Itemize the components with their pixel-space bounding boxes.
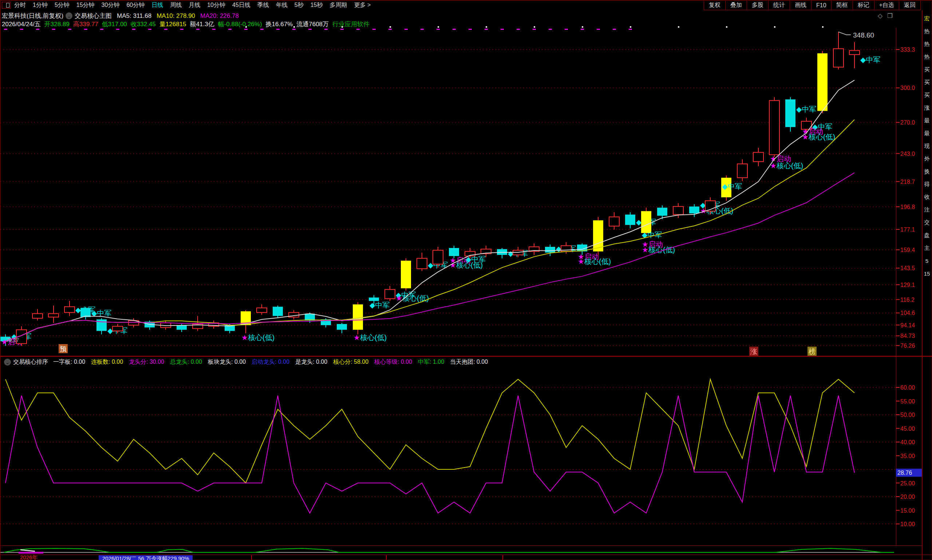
trading-app-window: 分时1分钟5分钟15分钟30分钟60分钟日线周线月线10分钟45日线季线年线5秒… — [0, 0, 932, 560]
price-axis-label: 243.0 — [900, 151, 915, 157]
price-axis-label: 177.1 — [900, 226, 915, 233]
signal-label: ◆中军 — [860, 56, 880, 64]
oscillator-axis-label: 60.00 — [900, 385, 915, 391]
signal-dot — [245, 26, 247, 28]
signal-dash — [501, 29, 504, 30]
sidebar-item-21[interactable]: 15 — [924, 267, 930, 280]
sidebar-item-4[interactable]: 热 — [924, 51, 930, 63]
signal-dot — [774, 26, 775, 28]
signal-label: ★核心(低) — [802, 133, 835, 141]
price-axis-label: 159.4 — [900, 247, 915, 253]
signal-dash — [148, 29, 151, 30]
signal-dot — [678, 26, 679, 28]
signal-dash — [564, 29, 568, 30]
price-axis-label: 76.26 — [900, 343, 915, 349]
ma-line-MA20 — [5, 172, 854, 341]
status-highlight[interactable]: 2026/01/28/二 56 万今涨幅229.90% — [98, 555, 192, 560]
signal-dot — [389, 26, 391, 28]
sidebar-item-16[interactable]: 注 — [924, 203, 930, 216]
signal-dash — [68, 29, 71, 30]
price-axis-label: 94.14 — [900, 322, 915, 328]
oscillator-axis-label: 10.00 — [900, 521, 915, 527]
signal-dash — [420, 29, 424, 30]
signal-dash — [244, 29, 248, 30]
sidebar-item-7[interactable]: 买 — [924, 89, 930, 102]
sidebar-item-14[interactable]: 得 — [924, 178, 930, 191]
signal-dash — [325, 29, 328, 30]
sidebar-item-12[interactable]: 外 — [924, 152, 930, 165]
signal-dash — [549, 29, 552, 30]
watermark-char: 涨 — [750, 348, 757, 355]
price-axis-label: 196.8 — [900, 204, 915, 210]
signal-label: ◆中军 — [722, 182, 742, 191]
signal-dash — [20, 29, 23, 30]
info-corner-icon-1[interactable]: ◇ — [878, 12, 883, 19]
sidebar-item-5[interactable]: 买 — [924, 63, 930, 76]
sidebar-item-20[interactable]: 5 — [926, 254, 928, 267]
signal-dash — [292, 29, 295, 30]
sidebar-item-18[interactable]: 盘 — [924, 229, 930, 242]
oscillator-chart[interactable] — [0, 379, 895, 524]
signal-dash — [276, 29, 280, 30]
sidebar-item-1[interactable]: 宏 — [924, 12, 930, 25]
info-corner-icon-2[interactable]: ❒ — [887, 12, 893, 19]
oscillator-line-排序 — [5, 396, 854, 513]
sidebar-item-3[interactable]: 热 — [924, 38, 930, 51]
signal-dot — [486, 26, 487, 28]
signal-dash — [180, 29, 183, 30]
signal-dash — [452, 29, 456, 30]
signal-dash — [357, 29, 360, 30]
signal-dash — [404, 29, 408, 30]
price-axis-label: 104.6 — [900, 310, 915, 316]
signal-dash — [629, 29, 632, 30]
candlestick-chart[interactable]: ◆中军★启动◆中军◆中军◆中军★核心(低)★核心(低)◆中军◆中军★核心(低)◆… — [0, 26, 895, 356]
low-price-callout: 79.27 — [6, 337, 19, 343]
signal-label: ◆中军 — [369, 301, 389, 309]
price-axis-label: 300.0 — [900, 85, 915, 91]
signal-dash — [4, 29, 7, 30]
sidebar-item-13[interactable]: 换 — [924, 165, 930, 178]
oscillator-axis-label: 45.00 — [900, 426, 915, 432]
sidebar-item-11[interactable]: 现 — [924, 140, 930, 152]
sidebar-item-15[interactable]: 收 — [924, 191, 930, 203]
overview-line-白色段 — [20, 550, 35, 551]
price-axis-label: 84.73 — [900, 333, 915, 339]
oscillator-axis-label: 15.00 — [900, 508, 915, 514]
signal-dash — [372, 29, 376, 30]
overview-line-绿色走势 — [4, 548, 894, 552]
signal-dash — [597, 29, 600, 30]
year-label: 2026年 — [20, 555, 37, 560]
sidebar-item-17[interactable]: 交 — [924, 216, 930, 229]
signal-dash — [388, 29, 392, 30]
oscillator-axis-label: 40.00 — [900, 439, 915, 445]
signal-dash — [613, 29, 616, 30]
oscillator-line-核心分 — [5, 379, 854, 483]
sidebar-item-6[interactable]: 买 — [924, 76, 930, 89]
price-axis-label: 270.0 — [900, 119, 915, 126]
sidebar-item-10[interactable]: 最 — [924, 127, 930, 140]
signal-dash — [164, 29, 168, 30]
signal-dash — [228, 29, 232, 30]
signal-dot — [438, 26, 439, 28]
signal-dot — [341, 26, 343, 28]
signal-dash — [100, 29, 103, 30]
ma-line-MA10 — [5, 120, 854, 342]
sidebar-item-2[interactable]: 热 — [924, 25, 930, 38]
signal-dash — [533, 29, 536, 30]
signal-dot — [726, 26, 727, 28]
signal-dash — [196, 29, 200, 30]
watermark-char: 榜 — [809, 348, 815, 355]
signal-dot — [582, 26, 583, 28]
signal-label: ★核心(低) — [241, 334, 274, 342]
chart-layer: ◆中军★启动◆中军◆中军◆中军★核心(低)★核心(低)◆中军◆中军★核心(低)◆… — [0, 0, 932, 560]
sidebar-item-19[interactable]: 主 — [924, 242, 930, 254]
overview-strip[interactable] — [0, 548, 894, 553]
price-axis-label: 116.2 — [900, 297, 915, 303]
oscillator-axis-label: 50.00 — [900, 412, 915, 418]
bottom-status-bar: 2026年 2026/01/28/二 56 万今涨幅229.90% — [0, 555, 932, 560]
signal-label: ◆中军 — [796, 105, 816, 113]
signal-label: ★核心(低) — [770, 162, 803, 170]
sidebar-item-8[interactable]: 涨 — [924, 102, 930, 114]
sidebar-item-9[interactable]: 最 — [924, 114, 930, 127]
signal-dash — [260, 29, 264, 30]
